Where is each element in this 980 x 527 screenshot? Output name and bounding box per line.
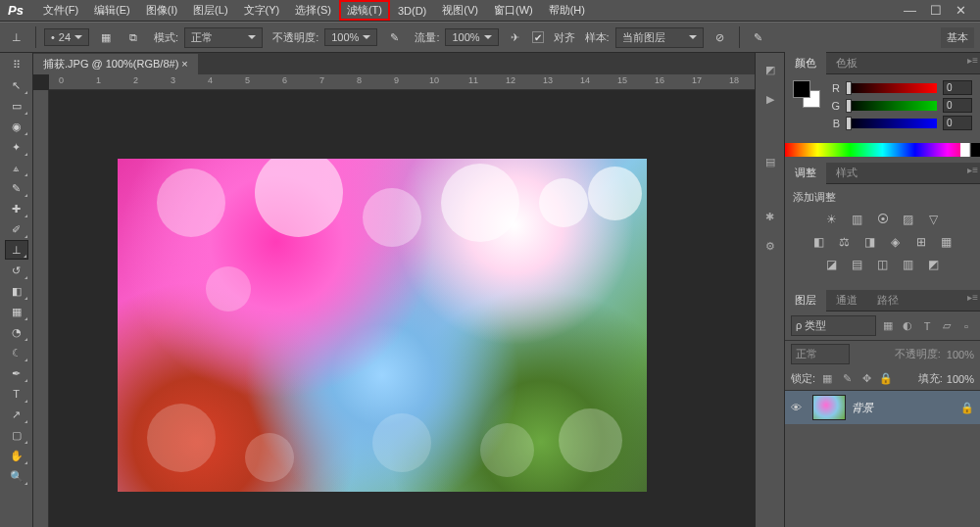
layer-opacity-value[interactable]: 100% — [947, 349, 974, 360]
menu-help[interactable]: 帮助(H) — [541, 0, 593, 21]
menu-window[interactable]: 窗口(W) — [486, 0, 541, 21]
lasso-tool[interactable]: ◉ — [5, 117, 28, 136]
shape-tool[interactable]: ▢ — [5, 425, 28, 445]
sample-dropdown[interactable]: 当前图层 — [615, 27, 704, 48]
heal-tool[interactable]: ✚ — [5, 199, 28, 218]
gradient-tool[interactable]: ▦ — [5, 302, 28, 321]
menu-edit[interactable]: 编辑(E) — [86, 0, 138, 21]
pen-tool[interactable]: ✒ — [5, 363, 28, 383]
menu-layer[interactable]: 图层(L) — [185, 0, 235, 21]
color-tab[interactable]: 颜色 — [785, 52, 826, 74]
adj-bw-icon[interactable]: ◨ — [860, 233, 880, 251]
blend-dropdown[interactable]: 正常 — [791, 344, 850, 364]
presets-icon[interactable]: ⚙ — [760, 235, 781, 257]
adj-gradmap-icon[interactable]: ▥ — [899, 256, 918, 273]
canvas-viewport[interactable] — [49, 90, 755, 527]
brush-tool[interactable]: ✐ — [5, 219, 28, 239]
panel-menu-icon[interactable]: ▸≡ — [967, 165, 978, 175]
minimize-button[interactable]: — — [904, 3, 916, 18]
airbrush-icon[interactable]: ✈ — [505, 26, 526, 48]
lock-pixel-icon[interactable]: ✎ — [839, 372, 855, 386]
path-tool[interactable]: ↗ — [5, 405, 28, 424]
brush-preset-dropdown[interactable]: •24 — [44, 28, 89, 46]
r-slider[interactable] — [846, 83, 937, 93]
filter-shape-icon[interactable]: ▱ — [939, 319, 955, 333]
layer-name[interactable]: 背景 — [852, 401, 873, 415]
menu-file[interactable]: 文件(F) — [35, 0, 86, 21]
adj-poster-icon[interactable]: ▤ — [848, 256, 867, 273]
wand-tool[interactable]: ✦ — [5, 137, 28, 157]
type-tool[interactable]: T — [5, 384, 28, 404]
menu-filter[interactable]: 滤镜(T) — [339, 0, 390, 21]
lock-trans-icon[interactable]: ▦ — [819, 372, 835, 386]
color-spectrum[interactable] — [785, 143, 980, 157]
styles-tab[interactable]: 样式 — [826, 162, 867, 184]
layers-tab[interactable]: 图层 — [785, 289, 826, 311]
move-tool[interactable]: ↖ — [5, 75, 28, 95]
adj-curves-icon[interactable]: ⦿ — [873, 211, 893, 228]
adj-select-icon[interactable]: ◩ — [924, 256, 944, 273]
b-value[interactable]: 0 — [943, 116, 972, 130]
stamp-tool[interactable]: ⊥ — [5, 240, 28, 260]
color-swatches[interactable] — [793, 80, 820, 108]
close-button[interactable]: ✕ — [956, 3, 966, 18]
adj-hue-icon[interactable]: ◧ — [809, 233, 829, 251]
dodge-tool[interactable]: ☾ — [5, 343, 28, 362]
eyedrop-tool[interactable]: ✎ — [5, 178, 28, 198]
brush-panel-icon[interactable]: ▦ — [95, 26, 117, 48]
opacity-dropdown[interactable]: 100% — [324, 28, 377, 46]
menu-view[interactable]: 视图(V) — [434, 0, 486, 21]
g-slider[interactable] — [846, 101, 937, 111]
menu-select[interactable]: 选择(S) — [287, 0, 339, 21]
filter-type-dropdown[interactable]: ρ 类型 — [791, 315, 876, 336]
menu-image[interactable]: 图像(I) — [138, 0, 185, 21]
adj-exposure-icon[interactable]: ▨ — [899, 211, 918, 228]
panel-menu-icon[interactable]: ▸≡ — [967, 55, 978, 66]
pressure-size-icon[interactable]: ✎ — [748, 26, 769, 48]
b-slider[interactable] — [846, 119, 937, 128]
ignore-adj-icon[interactable]: ⊘ — [710, 26, 731, 48]
adj-mixer-icon[interactable]: ⊞ — [911, 233, 931, 251]
lock-all-icon[interactable]: 🔒 — [878, 372, 894, 386]
fill-value[interactable]: 100% — [947, 373, 974, 385]
adj-lut-icon[interactable]: ▦ — [937, 233, 956, 251]
panel-menu-icon[interactable]: ▸≡ — [967, 292, 978, 303]
grip-icon[interactable]: ⠿ — [5, 55, 28, 74]
zoom-tool[interactable]: 🔍 — [5, 466, 28, 486]
r-value[interactable]: 0 — [943, 80, 972, 95]
paths-tab[interactable]: 路径 — [867, 289, 908, 311]
history-icon[interactable]: ◩ — [760, 59, 781, 80]
brushes-icon[interactable]: ✱ — [760, 206, 781, 227]
adj-brightness-icon[interactable]: ☀ — [822, 211, 842, 228]
character-icon[interactable]: ▤ — [760, 151, 781, 172]
maximize-button[interactable]: ☐ — [930, 3, 942, 18]
adj-invert-icon[interactable]: ◪ — [822, 256, 842, 273]
adj-thresh-icon[interactable]: ◫ — [873, 256, 893, 273]
menu-3d[interactable]: 3D(D) — [390, 2, 434, 20]
tool-preset-icon[interactable]: ⊥ — [6, 26, 27, 48]
swatches-tab[interactable]: 色板 — [826, 52, 867, 74]
pressure-opacity-icon[interactable]: ✎ — [383, 26, 405, 48]
mode-dropdown[interactable]: 正常 — [184, 27, 263, 48]
document-tab[interactable]: 捕获.JPG @ 100%(RGB/8#) × — [33, 54, 198, 74]
lock-pos-icon[interactable]: ✥ — [858, 372, 874, 386]
visibility-icon[interactable]: 👁 — [791, 402, 807, 413]
align-checkbox[interactable]: ✔ — [532, 31, 544, 43]
filter-type-icon[interactable]: T — [919, 319, 935, 333]
history-brush-tool[interactable]: ↺ — [5, 261, 28, 280]
menu-type[interactable]: 文字(Y) — [236, 0, 288, 21]
crop-tool[interactable]: ⟁ — [5, 158, 28, 177]
eraser-tool[interactable]: ◧ — [5, 281, 28, 301]
filter-adj-icon[interactable]: ◐ — [900, 319, 915, 333]
adj-levels-icon[interactable]: ▥ — [848, 211, 867, 228]
adj-vibrance-icon[interactable]: ▽ — [924, 211, 944, 228]
flow-dropdown[interactable]: 100% — [445, 28, 498, 46]
actions-icon[interactable]: ▶ — [760, 88, 781, 110]
marquee-tool[interactable]: ▭ — [5, 96, 28, 116]
filter-smart-icon[interactable]: ▫ — [958, 319, 974, 333]
channels-tab[interactable]: 通道 — [826, 289, 867, 311]
workspace-label[interactable]: 基本 — [941, 27, 974, 48]
clone-source-icon[interactable]: ⧉ — [122, 26, 144, 48]
ruler-vertical[interactable] — [33, 90, 49, 527]
adj-photo-icon[interactable]: ◈ — [886, 233, 906, 251]
